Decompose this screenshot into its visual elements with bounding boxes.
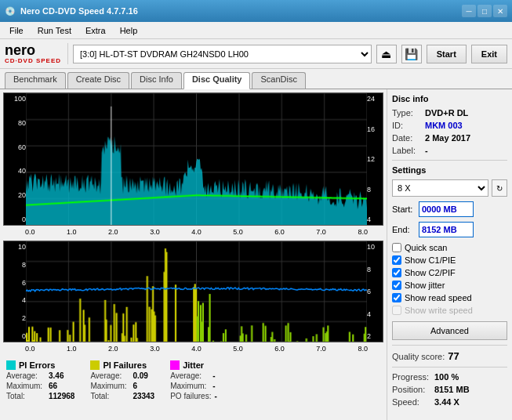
tab-create-disc[interactable]: Create Disc [67, 72, 129, 89]
menu-extra[interactable]: Extra [79, 24, 112, 37]
chart-bottom-x-axis: 0.0 1.0 2.0 3.0 4.0 5.0 6.0 7.0 8.0 [3, 345, 383, 356]
show-c2pif-row: Show C2/PIF [392, 268, 507, 277]
menu-run-test[interactable]: Run Test [31, 24, 78, 37]
chart-top-x-axis: 0.0 1.0 2.0 3.0 4.0 5.0 6.0 7.0 8.0 [3, 228, 383, 239]
chart-bottom-y-left: 10 8 6 4 2 0 [4, 241, 26, 342]
pi-failures-total-row: Total: 23343 [90, 392, 154, 400]
show-c1pie-checkbox[interactable] [392, 255, 401, 265]
pi-failures-avg-row: Average: 0.09 [90, 371, 154, 380]
quick-scan-checkbox[interactable] [392, 243, 401, 252]
show-jitter-label: Show jitter [405, 281, 445, 290]
start-mb-row: Start: [392, 201, 507, 217]
disc-id-row: ID: MKM 003 [392, 121, 507, 130]
disc-date-row: Date: 2 May 2017 [392, 133, 507, 143]
show-c2pif-label: Show C2/PIF [405, 268, 456, 277]
disc-type-row: Type: DVD+R DL [392, 108, 507, 118]
legend-area: PI Errors Average: 3.46 Maximum: 66 Tota… [3, 357, 383, 404]
divider-1 [392, 160, 507, 161]
start-mb-label: Start: [392, 205, 416, 214]
pi-errors-legend: PI Errors Average: 3.46 Maximum: 66 Tota… [6, 360, 74, 400]
start-button[interactable]: Start [427, 45, 467, 63]
progress-row: Progress: 100 % [392, 372, 507, 382]
main-content: 100 80 60 40 20 0 24 16 12 8 4 0.0 1.0 2… [0, 89, 512, 420]
speed-select[interactable]: 8 X [392, 179, 488, 197]
jitter-dot [170, 360, 180, 370]
charts-area: 100 80 60 40 20 0 24 16 12 8 4 0.0 1.0 2… [0, 89, 387, 420]
show-read-speed-label: Show read speed [405, 293, 472, 302]
quality-score-row: Quality score: 77 [392, 350, 507, 362]
minimize-button[interactable]: ─ [462, 5, 476, 17]
tab-disc-quality[interactable]: Disc Quality [183, 72, 251, 89]
show-read-speed-checkbox[interactable] [392, 293, 401, 302]
show-jitter-checkbox[interactable] [392, 281, 401, 290]
chart-top-y-right: 24 16 12 8 4 [367, 93, 383, 225]
pi-failures-dot [90, 360, 100, 370]
refresh-button[interactable]: ↻ [492, 179, 507, 197]
pi-errors-max-row: Maximum: 66 [6, 382, 74, 390]
toolbar: nero CD·DVD SPEED [3:0] HL-DT-ST DVDRAM … [0, 39, 512, 69]
app-title: Nero CD-DVD Speed 4.7.7.16 [20, 6, 138, 16]
quick-scan-row: Quick scan [392, 243, 507, 252]
pi-failures-title: PI Failures [90, 360, 154, 370]
speed-row-2: Speed: 3.44 X [392, 397, 507, 407]
disc-info-title: Disc info [392, 94, 507, 103]
logo-area: nero CD·DVD SPEED [5, 43, 68, 64]
pi-errors-avg-row: Average: 3.46 [6, 371, 74, 380]
pi-failures-legend: PI Failures Average: 0.09 Maximum: 6 Tot… [90, 360, 154, 400]
show-jitter-row: Show jitter [392, 281, 507, 290]
end-mb-input[interactable] [419, 222, 474, 237]
end-mb-label: End: [392, 225, 416, 234]
title-bar: 💿 Nero CD-DVD Speed 4.7.7.16 ─ □ ✕ [0, 0, 512, 22]
menu-file[interactable]: File [3, 24, 30, 37]
menu-bar: File Run Test Extra Help [0, 22, 512, 39]
chart-top: 100 80 60 40 20 0 24 16 12 8 4 [3, 92, 383, 226]
logo: nero CD·DVD SPEED [5, 43, 61, 64]
tab-disc-info[interactable]: Disc Info [131, 72, 182, 89]
chart-bottom-y-right: 10 8 6 4 2 [367, 241, 383, 342]
show-write-speed-checkbox[interactable] [392, 306, 401, 315]
chart-top-y-left: 100 80 60 40 20 0 [4, 93, 26, 225]
chart-bottom: 10 8 6 4 2 0 10 8 6 4 2 [3, 241, 383, 342]
show-read-speed-row: Show read speed [392, 293, 507, 302]
jitter-max-row: Maximum: - [170, 382, 217, 390]
tabs: Benchmark Create Disc Disc Info Disc Qua… [0, 69, 512, 89]
logo-sub: CD·DVD SPEED [5, 57, 61, 64]
show-write-speed-row: Show write speed [392, 306, 507, 315]
title-bar-controls: ─ □ ✕ [462, 5, 507, 17]
eject-button[interactable]: ⏏ [376, 45, 397, 63]
show-c1pie-row: Show C1/PIE [392, 255, 507, 265]
pi-errors-total-row: Total: 112968 [6, 392, 74, 400]
right-panel: Disc info Type: DVD+R DL ID: MKM 003 Dat… [387, 89, 512, 420]
maximize-button[interactable]: □ [478, 5, 492, 17]
tab-benchmark[interactable]: Benchmark [5, 72, 66, 89]
speed-row: 8 X ↻ [392, 179, 507, 197]
app-icon: 💿 [5, 6, 16, 16]
end-mb-row: End: [392, 222, 507, 237]
settings-title: Settings [392, 165, 507, 175]
show-c2pif-checkbox[interactable] [392, 268, 401, 277]
jitter-po-row: PO failures: - [170, 392, 217, 400]
logo-text: nero [5, 43, 61, 57]
jitter-legend: Jitter Average: - Maximum: - PO failures… [170, 360, 217, 400]
disc-label-row: Label: - [392, 146, 507, 155]
show-c1pie-label: Show C1/PIE [405, 255, 456, 265]
quick-scan-label: Quick scan [405, 243, 447, 252]
pi-errors-dot [6, 360, 16, 370]
menu-help[interactable]: Help [114, 24, 144, 37]
jitter-title: Jitter [170, 360, 217, 370]
divider-2 [392, 345, 507, 346]
show-write-speed-label: Show write speed [405, 306, 473, 315]
position-row: Position: 8151 MB [392, 385, 507, 394]
title-bar-left: 💿 Nero CD-DVD Speed 4.7.7.16 [5, 6, 138, 16]
close-button[interactable]: ✕ [493, 5, 507, 17]
drive-select[interactable]: [3:0] HL-DT-ST DVDRAM GH24NSD0 LH00 [73, 45, 372, 63]
tab-scan-disc[interactable]: ScanDisc [252, 72, 305, 89]
pi-failures-max-row: Maximum: 6 [90, 382, 154, 390]
divider-3 [392, 367, 507, 368]
start-mb-input[interactable] [419, 201, 474, 217]
pi-errors-title: PI Errors [6, 360, 74, 370]
save-button[interactable]: 💾 [401, 45, 422, 63]
exit-button[interactable]: Exit [471, 45, 507, 63]
jitter-avg-row: Average: - [170, 371, 217, 380]
advanced-button[interactable]: Advanced [392, 321, 507, 340]
